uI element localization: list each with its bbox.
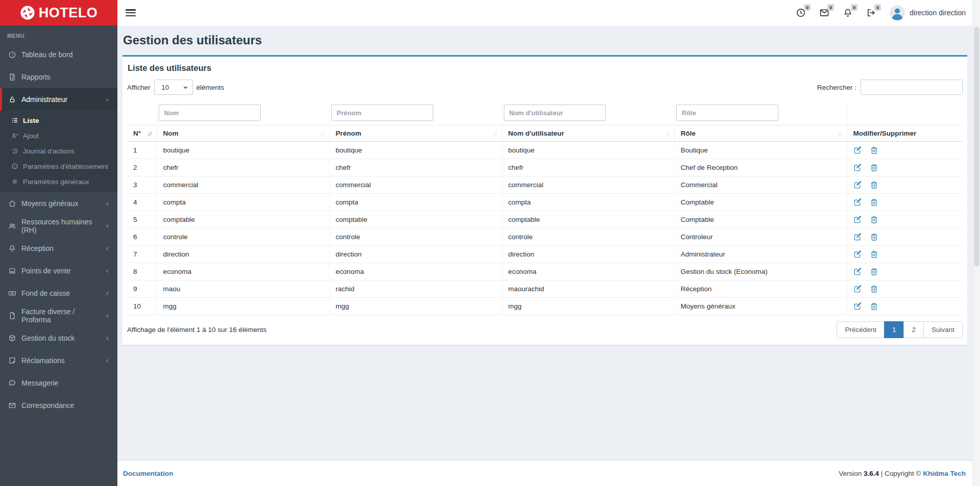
- edit-user-button[interactable]: [853, 181, 862, 189]
- edit-user-button[interactable]: [853, 215, 862, 224]
- documentation-link[interactable]: Documentation: [123, 470, 173, 477]
- edit-user-button[interactable]: [853, 146, 862, 155]
- sidebar-item-reclamations[interactable]: Réclamations: [0, 349, 117, 372]
- cell-role: Réception: [674, 280, 847, 298]
- cell-role: Gestion du stock (Economa): [674, 263, 847, 280]
- delete-user-button[interactable]: [870, 215, 878, 224]
- cell-nom: comptable: [157, 211, 329, 228]
- bell-icon: [8, 244, 16, 252]
- cell-num: 4: [127, 194, 157, 211]
- column-header-nom[interactable]: Nom↓↑: [157, 125, 329, 142]
- column-header-username[interactable]: Nom d'utilisateur↓↑: [502, 125, 674, 142]
- sidebar-subitem-parametres-generaux[interactable]: Paramètres généraux: [0, 174, 117, 189]
- sidebar-item-moyens-generaux[interactable]: Moyens généraux: [0, 192, 117, 215]
- delete-user-button[interactable]: [870, 146, 878, 155]
- cell-role: Comptable: [674, 211, 847, 228]
- sidebar: HOTELO MENU Tableau de bord Rapports Adm…: [0, 0, 117, 486]
- sidebar-item-ressources-humaines[interactable]: Ressources humaines (RH): [0, 215, 117, 237]
- sidebar-item-tableau-de-bord[interactable]: Tableau de bord: [0, 43, 117, 66]
- cell-nom: controle: [157, 228, 329, 246]
- user-menu[interactable]: direction direction: [890, 5, 966, 20]
- cell-username: compta: [502, 194, 674, 211]
- sidebar-subitem-liste[interactable]: Liste: [0, 113, 117, 128]
- sidebar-item-messagerie[interactable]: Messagerie: [0, 372, 117, 394]
- table-row: 8economaeconomaeconomaGestion du stock (…: [127, 263, 963, 280]
- filter-role-input[interactable]: [676, 105, 778, 121]
- sidebar-subitem-parametres-etablissement[interactable]: Paramètres d'établissement: [0, 159, 117, 174]
- history-menu-button[interactable]: 0: [796, 8, 806, 18]
- trash-icon: [870, 285, 878, 293]
- column-header-prenom[interactable]: Prénom↓↑: [329, 125, 502, 142]
- edit-user-button[interactable]: [853, 267, 862, 276]
- edit-user-button[interactable]: [853, 163, 862, 172]
- edit-user-button[interactable]: [853, 285, 862, 293]
- chevron-left-icon: [105, 268, 110, 274]
- delete-user-button[interactable]: [870, 285, 878, 293]
- money-icon: [8, 289, 16, 297]
- sidebar-item-reception[interactable]: Réception: [0, 237, 117, 260]
- page-scrollbar[interactable]: [972, 0, 980, 486]
- cell-prenom: chefr: [329, 159, 502, 176]
- user-name: direction direction: [910, 9, 966, 17]
- pagination-prev-button[interactable]: Précédent: [837, 321, 885, 338]
- column-header-role[interactable]: Rôle↓↑: [674, 125, 847, 142]
- pagination-page-2-button[interactable]: 2: [903, 321, 924, 338]
- sidebar-item-points-de-vente[interactable]: Points de vente: [0, 260, 117, 282]
- notifications-menu-button[interactable]: 0: [843, 8, 853, 18]
- sidebar-toggle-button[interactable]: [126, 9, 136, 16]
- header-row: N°↓↑ Nom↓↑ Prénom↓↑ Nom d'utilisateur↓↑ …: [127, 125, 963, 142]
- search-input[interactable]: [861, 80, 963, 95]
- logout-menu-button[interactable]: 0: [866, 8, 876, 18]
- page-length-select[interactable]: 10: [154, 80, 193, 95]
- edit-user-button[interactable]: [853, 198, 862, 207]
- filter-prenom-input[interactable]: [331, 105, 433, 121]
- cell-actions: [847, 263, 963, 280]
- edit-user-button[interactable]: [853, 233, 862, 241]
- messages-menu-button[interactable]: 0: [819, 8, 829, 18]
- sidebar-item-gestion-du-stock[interactable]: Gestion du stock: [0, 327, 117, 349]
- table-row: 5comptablecomptablecomptableComptable: [127, 211, 963, 228]
- sidebar-item-correspondance[interactable]: Correspondance: [0, 394, 117, 417]
- cell-actions: [847, 246, 963, 263]
- cell-actions: [847, 298, 963, 315]
- delete-user-button[interactable]: [870, 181, 878, 189]
- filter-username-input[interactable]: [504, 105, 606, 121]
- edit-user-button[interactable]: [853, 302, 862, 311]
- delete-user-button[interactable]: [870, 163, 878, 172]
- delete-user-button[interactable]: [870, 302, 878, 311]
- delete-user-button[interactable]: [870, 198, 878, 207]
- pagination-next-button[interactable]: Suivant: [923, 321, 963, 338]
- delete-user-button[interactable]: [870, 250, 878, 259]
- chevron-left-icon: [105, 201, 110, 207]
- column-header-num[interactable]: N°↓↑: [127, 125, 157, 142]
- edit-icon: [853, 198, 862, 207]
- users-panel: Liste des utilisateurs Afficher 10 éléme…: [122, 55, 967, 345]
- delete-user-button[interactable]: [870, 267, 878, 276]
- page-footer: Documentation Version 3.6.4 | Copyright …: [117, 460, 980, 486]
- company-link[interactable]: Khidma Tech: [923, 470, 966, 477]
- home-icon: [8, 199, 16, 208]
- version-text: Version 3.6.4 | Copyright © Khidma Tech: [839, 470, 966, 477]
- sidebar-item-rapports[interactable]: Rapports: [0, 66, 117, 88]
- sort-icon: ↓↑: [662, 130, 669, 137]
- cell-role: Administrateur: [674, 246, 847, 263]
- pagination-page-1-button[interactable]: 1: [884, 321, 904, 338]
- edit-user-button[interactable]: [853, 250, 862, 259]
- delete-user-button[interactable]: [870, 233, 878, 241]
- table-row: 10mggmggmggMoyens généraux: [127, 298, 963, 315]
- table-row: 4comptacomptacomptaComptable: [127, 194, 963, 211]
- brand-logo[interactable]: HOTELO: [0, 0, 117, 25]
- sidebar-item-administrateur[interactable]: Administrateur: [0, 88, 117, 111]
- search-label: Rechercher :: [817, 84, 856, 91]
- scrollbar-thumb[interactable]: [974, 27, 979, 266]
- sidebar-subitem-ajout[interactable]: Ajout: [0, 128, 117, 143]
- filter-nom-input[interactable]: [159, 105, 261, 121]
- notifications-badge: 0: [851, 4, 857, 11]
- sidebar-item-fond-de-caisse[interactable]: Fond de caisse: [0, 282, 117, 304]
- sidebar-subitem-journal-actions[interactable]: Journal d'actions: [0, 143, 117, 159]
- messages-badge: 0: [827, 4, 834, 11]
- cell-num: 1: [127, 142, 157, 159]
- cell-nom: compta: [157, 194, 329, 211]
- sidebar-item-facture-diverse[interactable]: Facture diverse / Proforma: [0, 304, 117, 327]
- content-area: Gestion des utilisateurs Liste des utili…: [117, 25, 980, 460]
